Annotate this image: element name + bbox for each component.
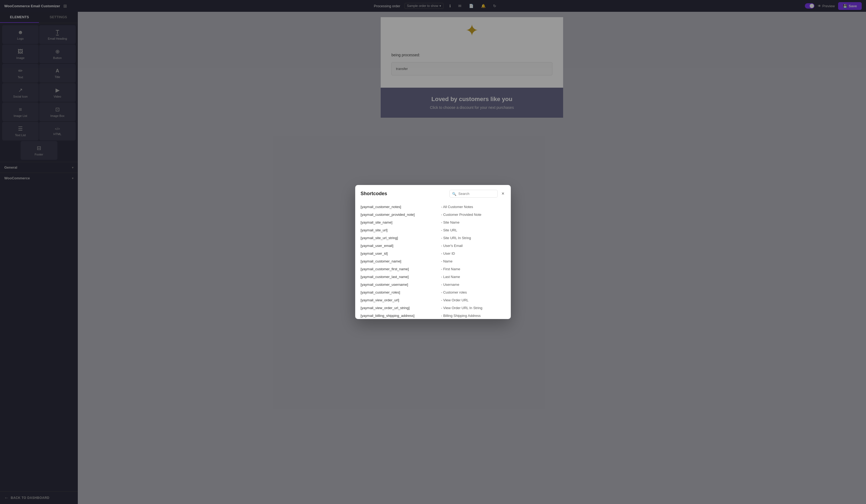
modal-header-right: 🔍 × — [449, 190, 506, 197]
shortcode-desc: - View Order URL In String — [441, 306, 482, 310]
shortcode-row[interactable]: [yaymail_customer_name]- Name — [355, 257, 511, 265]
shortcode-row[interactable]: [yaymail_billing_shipping_address]- Bill… — [355, 312, 511, 319]
shortcode-row[interactable]: [yaymail_customer_username]- Username — [355, 281, 511, 288]
shortcode-desc: - Username — [441, 283, 459, 287]
search-wrapper: 🔍 — [449, 190, 498, 197]
shortcode-code: [yaymail_customer_notes] — [360, 205, 441, 209]
shortcode-code: [yaymail_user_id] — [360, 251, 441, 255]
search-icon: 🔍 — [452, 192, 456, 196]
shortcode-desc: - Last Name — [441, 275, 460, 279]
shortcode-code: [yaymail_site_url] — [360, 228, 441, 232]
shortcode-row[interactable]: [yaymail_site_url]- Site URL — [355, 226, 511, 234]
shortcode-row[interactable]: [yaymail_customer_first_name]- First Nam… — [355, 265, 511, 273]
modal-body: [yaymail_customer_notes]- All Customer N… — [355, 201, 511, 319]
shortcode-code: [yaymail_customer_provided_note] — [360, 213, 441, 217]
shortcode-row[interactable]: [yaymail_customer_last_name]- Last Name — [355, 273, 511, 281]
shortcode-row[interactable]: [yaymail_customer_provided_note]- Custom… — [355, 211, 511, 218]
modal-overlay[interactable]: Shortcodes 🔍 × [yaymail_customer_notes]-… — [0, 0, 866, 504]
shortcode-desc: - User ID — [441, 251, 455, 255]
shortcode-desc: - Customer roles — [441, 290, 467, 294]
shortcode-row[interactable]: [yaymail_view_order_url]- View Order URL — [355, 296, 511, 304]
shortcode-code: [yaymail_customer_name] — [360, 259, 441, 263]
shortcode-desc: - Billing Shipping Address — [441, 314, 480, 318]
shortcode-row[interactable]: [yaymail_user_email]- User's Email — [355, 242, 511, 250]
modal-header: Shortcodes 🔍 × — [355, 185, 511, 201]
shortcode-code: [yaymail_site_url_string] — [360, 236, 441, 240]
shortcode-code: [yaymail_view_order_url] — [360, 298, 441, 302]
shortcode-desc: - View Order URL — [441, 298, 468, 302]
close-button[interactable]: × — [500, 190, 506, 197]
shortcode-code: [yaymail_site_name] — [360, 220, 441, 225]
shortcode-desc: - Site URL — [441, 228, 457, 232]
shortcode-desc: - Site Name — [441, 220, 459, 225]
shortcode-desc: - Site URL In String — [441, 236, 471, 240]
shortcode-row[interactable]: [yaymail_site_name]- Site Name — [355, 218, 511, 226]
shortcode-desc: - User's Email — [441, 244, 463, 248]
shortcode-code: [yaymail_view_order_url_string] — [360, 306, 441, 310]
shortcode-code: [yaymail_user_email] — [360, 244, 441, 248]
shortcode-row[interactable]: [yaymail_customer_roles]- Customer roles — [355, 288, 511, 296]
shortcode-row[interactable]: [yaymail_view_order_url_string]- View Or… — [355, 304, 511, 312]
shortcode-desc: - First Name — [441, 267, 460, 271]
shortcode-row[interactable]: [yaymail_site_url_string]- Site URL In S… — [355, 234, 511, 242]
shortcode-desc: - Name — [441, 259, 453, 263]
shortcode-code: [yaymail_customer_roles] — [360, 290, 441, 294]
shortcode-code: [yaymail_customer_last_name] — [360, 275, 441, 279]
shortcode-row[interactable]: [yaymail_customer_notes]- All Customer N… — [355, 203, 511, 211]
search-input[interactable] — [449, 190, 498, 197]
shortcode-desc: - Customer Provided Note — [441, 213, 481, 217]
shortcodes-modal: Shortcodes 🔍 × [yaymail_customer_notes]-… — [355, 185, 511, 319]
shortcode-row[interactable]: [yaymail_user_id]- User ID — [355, 250, 511, 257]
shortcode-desc: - All Customer Notes — [441, 205, 473, 209]
shortcode-code: [yaymail_customer_first_name] — [360, 267, 441, 271]
modal-title: Shortcodes — [360, 191, 387, 196]
shortcode-code: [yaymail_customer_username] — [360, 283, 441, 287]
shortcode-code: [yaymail_billing_shipping_address] — [360, 314, 441, 318]
